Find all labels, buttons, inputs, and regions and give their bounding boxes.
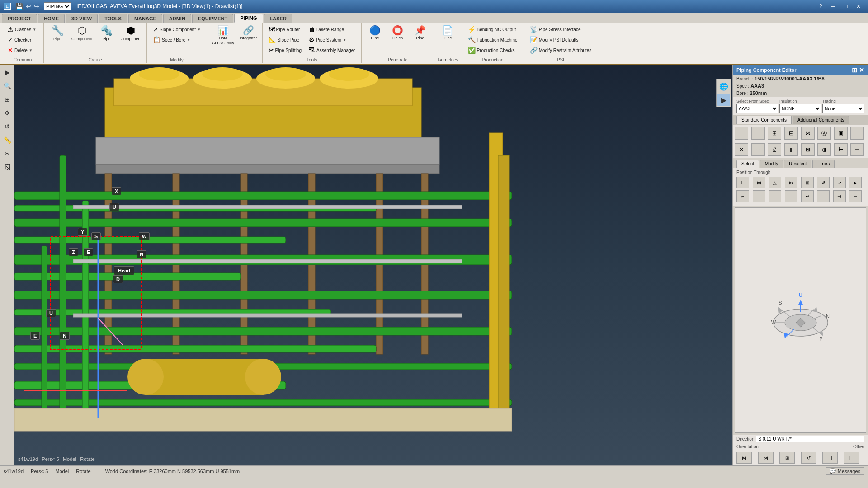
comp-btn-9[interactable]: ✕ [735, 143, 748, 156]
modify-psi-btn[interactable]: 📝 Modify PSI Defaults [527, 35, 595, 45]
pan-btn[interactable]: ✥ [1, 107, 14, 119]
comp-btn-2[interactable]: ⌒ [751, 127, 765, 140]
comp-btn-12[interactable]: ⫿ [784, 143, 798, 156]
tab-select[interactable]: Select [736, 160, 759, 168]
orient-btn-4[interactable]: ↺ [801, 452, 816, 464]
comp-btn-1[interactable]: ⊢ [735, 127, 748, 140]
measure-btn[interactable]: 📏 [1, 134, 14, 146]
redo-icon[interactable]: ↪ [33, 3, 40, 10]
tab-errors[interactable]: Errors [812, 160, 835, 168]
comp-btn-7[interactable]: ▣ [834, 127, 848, 140]
bending-nc-btn[interactable]: ⚡ Bending NC Output [465, 24, 521, 34]
tab-tools[interactable]: TOOLS [99, 14, 127, 23]
globe-btn[interactable]: 🌐 [717, 80, 730, 93]
tab-piping[interactable]: PIPING [234, 14, 263, 23]
pos-btn-2[interactable]: ⋈ [753, 177, 765, 188]
pos-btn-3[interactable]: △ [769, 177, 781, 188]
comp-btn-4[interactable]: ⊟ [784, 127, 798, 140]
help-btn[interactable]: ? [815, 2, 826, 11]
pos-btn-6[interactable]: ↺ [817, 177, 830, 188]
tab-modify[interactable]: Modify [760, 160, 783, 168]
tab-project[interactable]: PROJECT [2, 14, 37, 23]
comp-btn-5[interactable]: ⋈ [801, 127, 815, 140]
tab-laser[interactable]: LASER [264, 14, 292, 23]
pos-btn-7[interactable]: ↗ [833, 177, 846, 188]
checker-btn[interactable]: ✓ Checker [5, 35, 41, 45]
pos-btn-15[interactable]: ⊣ [833, 190, 846, 202]
clashes-btn[interactable]: ⚠ Clashes ▼ [5, 24, 41, 34]
comp-btn-13[interactable]: ⊠ [801, 143, 815, 156]
mode-select[interactable]: PIPING [44, 2, 71, 10]
pos-btn-12[interactable] [785, 190, 797, 202]
panel-close-btn[interactable]: ✕ [859, 66, 864, 74]
minimize-btn[interactable]: ─ [827, 2, 839, 11]
key-s[interactable]: S [91, 232, 101, 240]
pos-btn-4[interactable]: ⋈ [785, 177, 797, 188]
tab-standard-components[interactable]: Standard Components [736, 116, 792, 124]
pipe-btn-1[interactable]: 🔧 Pipe [47, 24, 68, 43]
delete-btn[interactable]: ✕ Delete ▼ [5, 45, 41, 55]
orient-btn-2[interactable]: ⋈ [758, 452, 774, 464]
maximize-btn[interactable]: □ [840, 2, 852, 11]
pos-btn-5[interactable]: ⊞ [801, 177, 814, 188]
isometrics-pipe-btn[interactable]: 📄 Pipe [437, 24, 459, 42]
tab-3dview[interactable]: 3D VIEW [66, 14, 98, 23]
comp-btn-14[interactable]: ◑ [817, 143, 831, 156]
key-n[interactable]: N [137, 250, 146, 258]
pipe-router-btn[interactable]: 🗺 Pipe Router [265, 24, 305, 34]
slope-component-btn[interactable]: ↗ Slope Component ▼ [150, 24, 204, 34]
pipe-splitting-btn[interactable]: ✂ Pipe Splitting [265, 45, 305, 55]
key-y[interactable]: Y [78, 228, 87, 236]
modify-restraint-btn[interactable]: 🔗 Modify Restraint Attributes [527, 45, 595, 55]
assembly-manager-btn[interactable]: 🏗 Assembly Manager [306, 45, 359, 55]
pipe-btn-2[interactable]: 🔩 Pipe [96, 24, 118, 43]
tab-home[interactable]: HOME [38, 14, 65, 23]
from-spec-select[interactable]: AAA3 [736, 104, 778, 113]
orient-btn-1[interactable]: ⋈ [736, 452, 752, 464]
holes-btn[interactable]: ⭕ Holes [387, 24, 409, 42]
orient-btn-5[interactable]: ⊣ [822, 452, 838, 464]
pos-btn-16[interactable]: ⊣ [849, 190, 862, 202]
key-u-top[interactable]: U [109, 203, 119, 211]
pos-btn-10[interactable] [753, 190, 765, 202]
comp-btn-10[interactable]: ⌣ [751, 143, 765, 156]
comp-btn-11[interactable]: 🖨 [768, 143, 781, 156]
data-consistency-btn[interactable]: 📊 DataConsistency [210, 24, 236, 47]
tracing-select[interactable]: None [822, 104, 864, 113]
delete-range-btn[interactable]: 🗑 Delete Range [306, 24, 359, 34]
spec-bore-btn[interactable]: 📋 Spec / Bore ▼ [150, 35, 204, 45]
close-btn[interactable]: ✕ [853, 2, 864, 11]
comp-btn-16[interactable]: ⊣ [850, 143, 864, 156]
zoom-btn[interactable]: ⊞ [1, 93, 14, 106]
comp-btn-15[interactable]: ⊢ [834, 143, 848, 156]
key-e[interactable]: E [84, 248, 93, 256]
pipe-system-btn[interactable]: ⚙ Pipe System ▼ [306, 35, 359, 45]
rotate-btn[interactable]: ↺ [1, 120, 14, 133]
tab-reselect[interactable]: Reselect [784, 160, 811, 168]
undo-icon[interactable]: ↩ [25, 3, 32, 10]
key-w[interactable]: W [139, 232, 150, 240]
arrow-btn[interactable]: ▶ [717, 94, 730, 106]
tab-equipment[interactable]: EQUIPMENT [192, 14, 233, 23]
key-d[interactable]: D [113, 275, 123, 283]
key-u-bottom[interactable]: U [46, 309, 56, 317]
key-e-bottom[interactable]: E [30, 332, 40, 340]
orient-btn-3[interactable]: ⊞ [779, 452, 795, 464]
fabrication-machine-btn[interactable]: 🔨 Fabrication Machine [465, 35, 521, 45]
orient-btn-6[interactable]: ⊢ [844, 452, 859, 464]
view-btn[interactable]: 🔍 [1, 80, 14, 92]
insulation-select[interactable]: NONE [779, 104, 821, 113]
tab-admin[interactable]: ADMIN [163, 14, 191, 23]
panel-expand-btn[interactable]: ⊞ [852, 66, 857, 74]
pos-btn-13[interactable]: ↩ [801, 190, 814, 202]
select-btn[interactable]: ▶ [1, 66, 14, 79]
pos-btn-8[interactable]: ▶ [849, 177, 862, 188]
pos-btn-1[interactable]: ⊢ [736, 177, 749, 188]
pipe-penetrate-btn[interactable]: 🔵 Pipe [364, 24, 386, 42]
slope-pipe-btn[interactable]: 📐 Slope Pipe [265, 35, 305, 45]
key-n-bottom[interactable]: N [60, 332, 70, 340]
key-z[interactable]: Z [69, 248, 78, 256]
component-btn-1[interactable]: ⬡ Component [69, 24, 95, 43]
save-icon[interactable]: 💾 [14, 3, 24, 10]
comp-btn-3[interactable]: ⊞ [768, 127, 781, 140]
